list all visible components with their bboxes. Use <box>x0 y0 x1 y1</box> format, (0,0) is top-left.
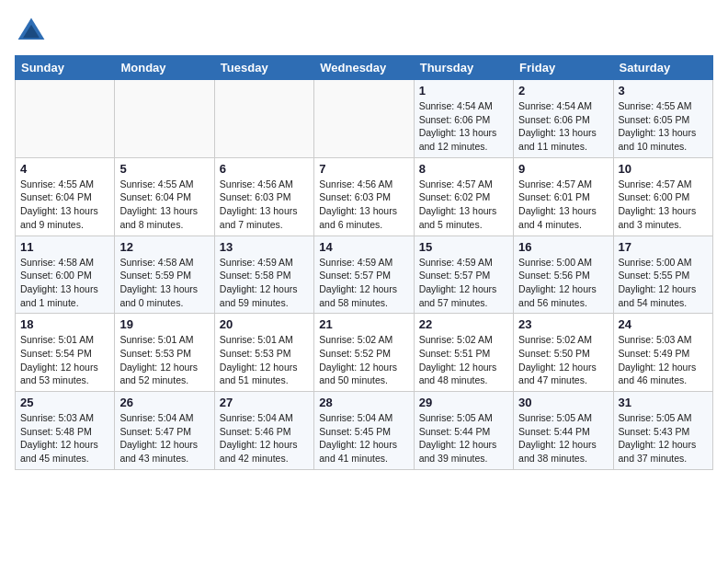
day-number: 12 <box>119 240 209 254</box>
calendar-cell: 29Sunrise: 5:05 AMSunset: 5:44 PMDayligh… <box>414 392 513 470</box>
day-info: Sunrise: 4:54 AMSunset: 6:06 PMDaylight:… <box>419 99 508 154</box>
day-number: 31 <box>619 396 708 409</box>
day-number: 19 <box>119 317 209 331</box>
calendar-cell: 25Sunrise: 5:03 AMSunset: 5:48 PMDayligh… <box>16 392 115 470</box>
dow-header-sunday: Sunday <box>16 56 115 80</box>
day-number: 15 <box>419 240 508 254</box>
calendar-cell: 10Sunrise: 4:57 AMSunset: 6:00 PMDayligh… <box>613 157 712 236</box>
day-info: Sunrise: 5:05 AMSunset: 5:43 PMDaylight:… <box>619 411 708 465</box>
day-info: Sunrise: 5:03 AMSunset: 5:49 PMDaylight:… <box>619 333 708 387</box>
day-info: Sunrise: 5:01 AMSunset: 5:53 PMDaylight:… <box>220 333 309 387</box>
day-info: Sunrise: 5:04 AMSunset: 5:47 PMDaylight:… <box>119 411 209 465</box>
day-number: 9 <box>518 162 608 176</box>
calendar-cell: 3Sunrise: 4:55 AMSunset: 6:05 PMDaylight… <box>613 80 712 158</box>
day-info: Sunrise: 5:04 AMSunset: 5:45 PMDaylight:… <box>319 411 408 465</box>
calendar-cell: 18Sunrise: 5:01 AMSunset: 5:54 PMDayligh… <box>16 314 115 392</box>
calendar-cell: 5Sunrise: 4:55 AMSunset: 6:04 PMDaylight… <box>115 157 214 236</box>
day-info: Sunrise: 5:00 AMSunset: 5:55 PMDaylight:… <box>619 256 708 310</box>
day-info: Sunrise: 4:59 AMSunset: 5:58 PMDaylight:… <box>220 256 309 310</box>
day-number: 17 <box>619 240 708 254</box>
day-number: 11 <box>20 240 109 254</box>
calendar-cell: 30Sunrise: 5:05 AMSunset: 5:44 PMDayligh… <box>514 392 613 470</box>
calendar-cell <box>214 80 313 158</box>
calendar-cell: 2Sunrise: 4:54 AMSunset: 6:06 PMDaylight… <box>514 80 613 158</box>
day-info: Sunrise: 5:01 AMSunset: 5:53 PMDaylight:… <box>119 333 209 387</box>
dow-header-tuesday: Tuesday <box>214 56 313 80</box>
day-number: 20 <box>220 317 309 331</box>
day-info: Sunrise: 4:54 AMSunset: 6:06 PMDaylight:… <box>518 99 608 154</box>
calendar-cell <box>16 80 115 158</box>
day-info: Sunrise: 4:56 AMSunset: 6:03 PMDaylight:… <box>220 178 309 232</box>
day-number: 14 <box>319 240 408 254</box>
calendar-cell: 12Sunrise: 4:58 AMSunset: 5:59 PMDayligh… <box>115 236 214 314</box>
day-info: Sunrise: 4:57 AMSunset: 6:01 PMDaylight:… <box>518 178 608 232</box>
calendar-cell: 21Sunrise: 5:02 AMSunset: 5:52 PMDayligh… <box>314 314 414 392</box>
calendar-cell: 6Sunrise: 4:56 AMSunset: 6:03 PMDaylight… <box>214 157 313 236</box>
day-number: 18 <box>20 317 109 331</box>
calendar-cell: 15Sunrise: 4:59 AMSunset: 5:57 PMDayligh… <box>414 236 513 314</box>
calendar-cell: 28Sunrise: 5:04 AMSunset: 5:45 PMDayligh… <box>314 392 414 470</box>
day-info: Sunrise: 4:58 AMSunset: 6:00 PMDaylight:… <box>20 256 109 310</box>
day-info: Sunrise: 4:57 AMSunset: 6:00 PMDaylight:… <box>619 178 708 232</box>
calendar-cell: 23Sunrise: 5:02 AMSunset: 5:50 PMDayligh… <box>514 314 613 392</box>
day-number: 22 <box>419 317 508 331</box>
day-info: Sunrise: 5:05 AMSunset: 5:44 PMDaylight:… <box>419 411 508 465</box>
day-info: Sunrise: 4:55 AMSunset: 6:04 PMDaylight:… <box>20 178 109 232</box>
calendar-table: SundayMondayTuesdayWednesdayThursdayFrid… <box>15 55 713 470</box>
day-info: Sunrise: 5:05 AMSunset: 5:44 PMDaylight:… <box>518 411 608 465</box>
calendar-cell: 31Sunrise: 5:05 AMSunset: 5:43 PMDayligh… <box>613 392 712 470</box>
day-info: Sunrise: 4:59 AMSunset: 5:57 PMDaylight:… <box>419 256 508 310</box>
calendar-cell: 19Sunrise: 5:01 AMSunset: 5:53 PMDayligh… <box>115 314 214 392</box>
day-number: 1 <box>419 84 508 98</box>
calendar-cell: 24Sunrise: 5:03 AMSunset: 5:49 PMDayligh… <box>613 314 712 392</box>
day-info: Sunrise: 4:55 AMSunset: 6:05 PMDaylight:… <box>619 99 708 154</box>
calendar-cell: 14Sunrise: 4:59 AMSunset: 5:57 PMDayligh… <box>314 236 414 314</box>
day-info: Sunrise: 4:56 AMSunset: 6:03 PMDaylight:… <box>319 178 408 232</box>
day-number: 4 <box>20 162 109 176</box>
day-number: 30 <box>518 396 608 409</box>
calendar-cell: 16Sunrise: 5:00 AMSunset: 5:56 PMDayligh… <box>514 236 613 314</box>
day-info: Sunrise: 5:00 AMSunset: 5:56 PMDaylight:… <box>518 256 608 310</box>
day-number: 10 <box>619 162 708 176</box>
day-number: 29 <box>419 396 508 409</box>
day-info: Sunrise: 5:04 AMSunset: 5:46 PMDaylight:… <box>220 411 309 465</box>
page-header <box>15 15 713 48</box>
calendar-cell: 7Sunrise: 4:56 AMSunset: 6:03 PMDaylight… <box>314 157 414 236</box>
calendar-cell: 9Sunrise: 4:57 AMSunset: 6:01 PMDaylight… <box>514 157 613 236</box>
day-info: Sunrise: 5:01 AMSunset: 5:54 PMDaylight:… <box>20 333 109 387</box>
day-number: 26 <box>119 396 209 409</box>
calendar-cell: 22Sunrise: 5:02 AMSunset: 5:51 PMDayligh… <box>414 314 513 392</box>
day-info: Sunrise: 5:02 AMSunset: 5:51 PMDaylight:… <box>419 333 508 387</box>
logo-icon <box>15 15 48 48</box>
calendar-cell: 27Sunrise: 5:04 AMSunset: 5:46 PMDayligh… <box>214 392 313 470</box>
day-number: 24 <box>619 317 708 331</box>
day-number: 21 <box>319 317 408 331</box>
calendar-cell: 13Sunrise: 4:59 AMSunset: 5:58 PMDayligh… <box>214 236 313 314</box>
calendar-cell: 1Sunrise: 4:54 AMSunset: 6:06 PMDaylight… <box>414 80 513 158</box>
day-number: 27 <box>220 396 309 409</box>
day-info: Sunrise: 4:57 AMSunset: 6:02 PMDaylight:… <box>419 178 508 232</box>
calendar-cell: 20Sunrise: 5:01 AMSunset: 5:53 PMDayligh… <box>214 314 313 392</box>
day-info: Sunrise: 4:55 AMSunset: 6:04 PMDaylight:… <box>119 178 209 232</box>
day-info: Sunrise: 5:02 AMSunset: 5:50 PMDaylight:… <box>518 333 608 387</box>
calendar-cell: 8Sunrise: 4:57 AMSunset: 6:02 PMDaylight… <box>414 157 513 236</box>
day-number: 7 <box>319 162 408 176</box>
dow-header-friday: Friday <box>514 56 613 80</box>
calendar-cell <box>115 80 214 158</box>
day-number: 13 <box>220 240 309 254</box>
calendar-cell: 4Sunrise: 4:55 AMSunset: 6:04 PMDaylight… <box>16 157 115 236</box>
dow-header-wednesday: Wednesday <box>314 56 414 80</box>
day-number: 16 <box>518 240 608 254</box>
dow-header-saturday: Saturday <box>613 56 712 80</box>
day-number: 23 <box>518 317 608 331</box>
calendar-cell: 11Sunrise: 4:58 AMSunset: 6:00 PMDayligh… <box>16 236 115 314</box>
day-number: 28 <box>319 396 408 409</box>
day-info: Sunrise: 5:03 AMSunset: 5:48 PMDaylight:… <box>20 411 109 465</box>
day-number: 8 <box>419 162 508 176</box>
day-number: 6 <box>220 162 309 176</box>
calendar-cell: 26Sunrise: 5:04 AMSunset: 5:47 PMDayligh… <box>115 392 214 470</box>
calendar-cell: 17Sunrise: 5:00 AMSunset: 5:55 PMDayligh… <box>613 236 712 314</box>
day-number: 3 <box>619 84 708 98</box>
day-info: Sunrise: 4:58 AMSunset: 5:59 PMDaylight:… <box>119 256 209 310</box>
day-number: 25 <box>20 396 109 409</box>
